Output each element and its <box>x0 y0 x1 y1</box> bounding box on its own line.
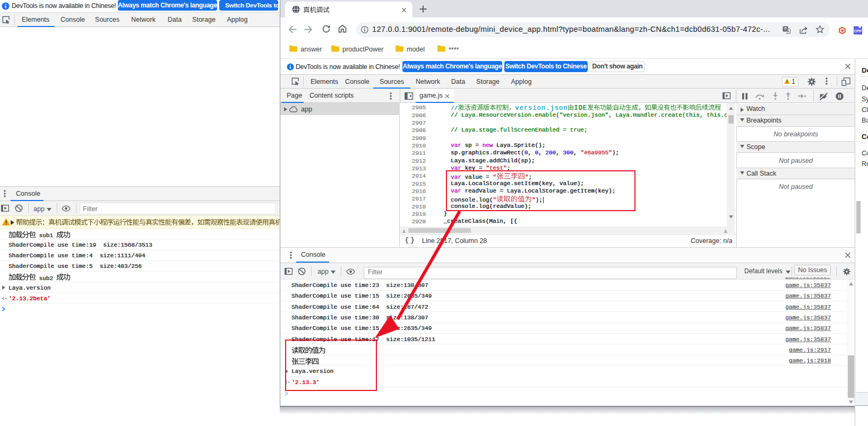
svg-text:CPP: CPP <box>854 29 862 33</box>
